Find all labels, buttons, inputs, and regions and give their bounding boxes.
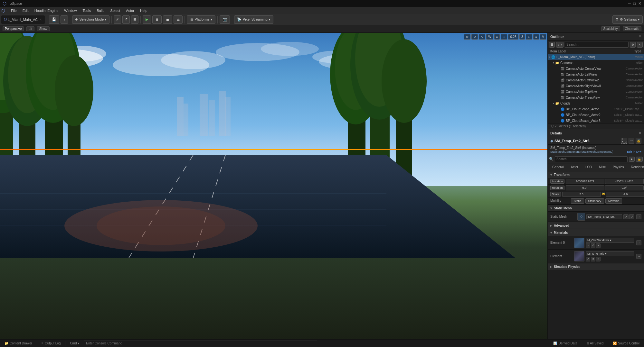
- element1-name[interactable]: MI_STR_Mid ▾: [586, 251, 634, 256]
- element1-reset-btn[interactable]: ↺: [591, 257, 595, 261]
- close-btn[interactable]: ✕: [638, 1, 641, 6]
- settings-btn[interactable]: ⚙ ⚙ Settings ▾: [612, 15, 643, 24]
- source-control-btn[interactable]: ↕: [61, 15, 68, 24]
- stop-btn[interactable]: ⏹: [163, 15, 172, 24]
- tree-item[interactable]: 🎬CameraActorCenterViewCameraActor: [548, 66, 644, 71]
- play-btn[interactable]: ▶: [143, 15, 151, 24]
- tab-lod[interactable]: LOD: [582, 164, 595, 170]
- sm-navigate-btn[interactable]: →: [636, 214, 641, 219]
- element0-name[interactable]: M_ChipWindows ▾: [586, 238, 634, 243]
- scale-lock-icon[interactable]: 🔒: [601, 192, 605, 197]
- tab-general[interactable]: General: [549, 164, 567, 170]
- viewport[interactable]: ⊕ ↺ ⤡ W ≡ ⊞ 0.25 3 ⊙ ≡ V: [0, 33, 547, 339]
- menu-window[interactable]: Window: [62, 8, 79, 13]
- platforms-btn[interactable]: 🖥 Platforms ▾: [187, 15, 215, 24]
- all-saved-btn[interactable]: ⊕ All Saved: [585, 341, 605, 346]
- rotation-x-input[interactable]: [566, 185, 604, 190]
- minimize-btn[interactable]: ─: [628, 1, 631, 6]
- derived-data-btn[interactable]: 📊 Derived Data: [551, 341, 579, 346]
- scale-x-input[interactable]: [562, 192, 601, 197]
- physics-section-header[interactable]: ▸ Simulate Physics: [548, 263, 644, 270]
- lit-btn[interactable]: Lit: [26, 26, 34, 31]
- tree-item[interactable]: ▾📁CloudsFolder: [548, 100, 644, 106]
- show-btn[interactable]: Show: [37, 26, 50, 31]
- tab-rendering[interactable]: Rendering: [628, 164, 644, 170]
- tree-item[interactable]: 🎬CameraActorTopViewCameraActor: [548, 89, 644, 95]
- outliner-search-input[interactable]: [565, 42, 629, 48]
- scale-y-input[interactable]: [606, 192, 644, 197]
- menu-tools[interactable]: Tools: [80, 8, 93, 13]
- selection-mode-btn[interactable]: ⊕ Selection Mode ▾: [72, 15, 109, 24]
- tree-item[interactable]: ▾📁CamerasFolder: [548, 60, 644, 66]
- location-dropdown[interactable]: Location: [550, 179, 564, 184]
- transform-scale-btn[interactable]: ⊞: [131, 15, 138, 24]
- menu-file[interactable]: File: [8, 8, 19, 13]
- tree-item[interactable]: 🎬CameraActorLeftView2CameraActor: [548, 77, 644, 83]
- edit-cpp-btn[interactable]: Edit in C++: [627, 150, 641, 153]
- output-log-btn[interactable]: ≡ Output Log: [40, 341, 62, 346]
- screenshot-btn[interactable]: 📷: [220, 15, 230, 24]
- location-y-input[interactable]: [605, 179, 644, 184]
- tree-item[interactable]: 🔵BP_CloudScape_Actor3Edit BP_CloudScape.…: [548, 118, 644, 123]
- advanced-section-header[interactable]: ▸ Advanced: [548, 222, 644, 229]
- element0-nav-btn[interactable]: →: [636, 240, 641, 245]
- details-close-btn[interactable]: ✕: [639, 131, 641, 135]
- cinematic-btn[interactable]: Cinematic: [623, 26, 641, 31]
- tab-physics[interactable]: Physics: [610, 164, 627, 170]
- tree-item[interactable]: 🔵BP_CloudScape_ActorEdit BP_CloudScape..…: [548, 106, 644, 112]
- materials-section-header[interactable]: ▾ Materials: [548, 229, 644, 236]
- element1-browse-btn[interactable]: ↗: [586, 257, 590, 261]
- element1-nav-btn[interactable]: →: [636, 254, 641, 259]
- menu-select[interactable]: Select: [108, 8, 123, 13]
- menu-build[interactable]: Build: [94, 8, 107, 13]
- tab-actor[interactable]: Actor: [568, 164, 582, 170]
- menu-houdini[interactable]: Houdini Engine: [32, 8, 61, 13]
- tree-item[interactable]: 🎬CameraActorRightViewIICameraActor: [548, 83, 644, 89]
- outliner-settings-btn[interactable]: ⚙: [630, 42, 636, 48]
- static-mesh-section-header[interactable]: ▾ Static Mesh: [548, 205, 644, 212]
- cmd-btn[interactable]: Cmd ▾: [68, 341, 81, 346]
- details-filter-btn[interactable]: ★: [629, 157, 635, 162]
- console-input[interactable]: [84, 341, 317, 346]
- transform-rotate-btn[interactable]: ↺: [122, 15, 130, 24]
- rotation-y-input[interactable]: [605, 185, 644, 190]
- mobility-movable-btn[interactable]: Movable: [605, 198, 622, 204]
- outliner-sort-btn[interactable]: ⟷: [556, 42, 564, 48]
- sm-browse-btn[interactable]: ↗: [623, 214, 629, 219]
- tab-misc[interactable]: Misc: [596, 164, 609, 170]
- rotation-dropdown[interactable]: Rotation: [550, 186, 564, 190]
- mobility-static-btn[interactable]: Static: [571, 198, 584, 204]
- content-drawer-btn[interactable]: 📁 Content Drawer: [3, 341, 34, 346]
- col-label-header[interactable]: Item Label ↕: [550, 50, 612, 53]
- tree-item[interactable]: 🔵BP_CloudScape_Actor2Edit BP_CloudScape.…: [548, 112, 644, 118]
- transform-section-header[interactable]: ▾ Transform: [548, 171, 644, 178]
- scalability-btn[interactable]: Scalability: [601, 26, 620, 31]
- maximize-btn[interactable]: □: [633, 1, 636, 6]
- menu-help[interactable]: Help: [137, 8, 150, 13]
- outliner-close-btn[interactable]: ✕: [639, 34, 641, 39]
- element1-delete-btn[interactable]: ✕: [596, 257, 601, 261]
- outliner-filter-btn[interactable]: ☰: [549, 42, 555, 48]
- location-x-input[interactable]: [566, 179, 604, 184]
- source-control-status-btn[interactable]: 🔀 Source Control: [611, 341, 641, 346]
- element0-delete-btn[interactable]: ✕: [596, 243, 601, 248]
- add-component-btn[interactable]: + Add: [621, 138, 627, 144]
- pixel-streaming-btn[interactable]: 📡 Pixel Streaming ▾: [234, 15, 273, 24]
- scale-dropdown[interactable]: Scale: [550, 192, 561, 196]
- tree-item[interactable]: ▾🌐L_Miami_Main_VC (Editor)World: [548, 54, 644, 60]
- save-btn[interactable]: 💾: [49, 15, 59, 24]
- details-search-input[interactable]: [555, 156, 628, 162]
- mobility-stationary-btn[interactable]: Stationary: [585, 198, 604, 204]
- outliner-close2-btn[interactable]: ✕: [637, 42, 643, 48]
- element0-browse-btn[interactable]: ↗: [586, 243, 590, 248]
- tree-item[interactable]: 🎬CameraActorLeftViewCameraActor: [548, 71, 644, 77]
- menu-actor[interactable]: Actor: [123, 8, 137, 13]
- pause-btn[interactable]: ⏸: [152, 15, 162, 24]
- details-options-btn[interactable]: ⋯: [629, 138, 634, 144]
- perspective-btn[interactable]: Perspective: [3, 26, 24, 31]
- tab-close-icon[interactable]: ✕: [40, 18, 42, 21]
- transform-move-btn[interactable]: ⤢: [114, 15, 121, 24]
- tree-item[interactable]: 🎬CameraActorTreesViewCameraActor: [548, 95, 644, 100]
- element0-reset-btn[interactable]: ↺: [591, 243, 595, 248]
- details-lock-btn[interactable]: 🔓: [636, 138, 641, 144]
